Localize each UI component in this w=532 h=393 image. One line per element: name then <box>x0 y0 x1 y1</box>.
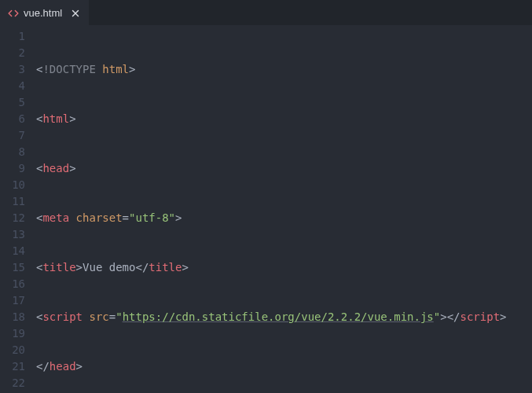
line-number: 9 <box>0 160 25 177</box>
line-number: 5 <box>0 94 25 111</box>
line-number-gutter: 1 2 3 4 5 6 7 8 9 10 11 12 13 14 15 16 1… <box>0 28 36 393</box>
line-number: 7 <box>0 127 25 144</box>
line-number: 6 <box>0 111 25 127</box>
line-number: 8 <box>0 144 25 160</box>
code-editor[interactable]: 1 2 3 4 5 6 7 8 9 10 11 12 13 14 15 16 1… <box>0 25 532 393</box>
line-number: 16 <box>0 276 25 292</box>
line-number: 17 <box>0 292 25 309</box>
html-file-icon <box>8 8 19 19</box>
line-number: 2 <box>0 45 25 61</box>
tab-bar: vue.html <box>0 0 532 25</box>
tab-filename: vue.html <box>24 7 62 19</box>
line-number: 3 <box>0 61 25 78</box>
line-number: 20 <box>0 342 25 358</box>
code-content[interactable]: <!DOCTYPE html> <html> <head> <meta char… <box>36 28 532 393</box>
line-number: 19 <box>0 325 25 342</box>
line-number: 22 <box>0 375 25 391</box>
line-number: 21 <box>0 358 25 375</box>
line-number: 4 <box>0 78 25 94</box>
line-number: 14 <box>0 243 25 259</box>
line-number: 12 <box>0 210 25 226</box>
tab-vue-html[interactable]: vue.html <box>0 0 89 25</box>
line-number: 18 <box>0 309 25 325</box>
line-number: 1 <box>0 28 25 45</box>
line-number: 15 <box>0 259 25 276</box>
line-number: 10 <box>0 177 25 193</box>
line-number: 11 <box>0 193 25 210</box>
close-icon[interactable] <box>70 8 81 19</box>
line-number: 13 <box>0 226 25 243</box>
